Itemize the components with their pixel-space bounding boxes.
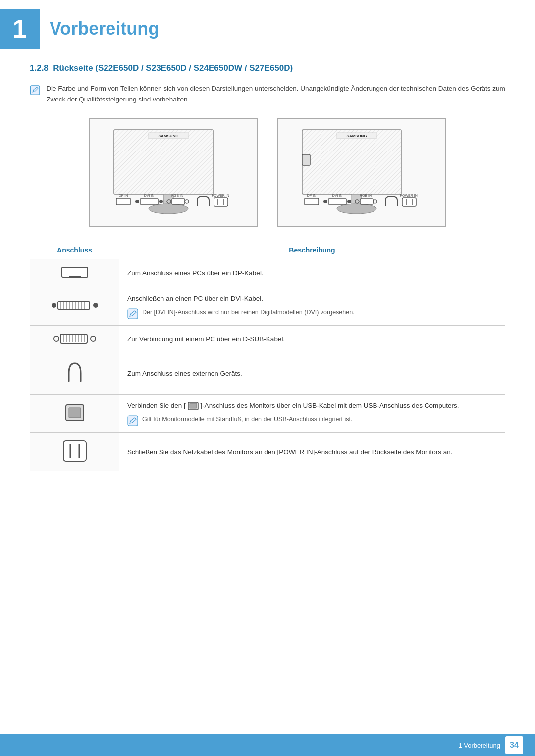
svg-rect-2: [114, 130, 213, 194]
headphone-icon: [65, 359, 85, 387]
svg-rect-28: [305, 198, 319, 205]
table-row: Zur Verbindung mit einem PC über ein D-S…: [30, 325, 505, 353]
svg-point-29: [323, 200, 327, 203]
svg-rect-73: [63, 441, 86, 461]
svg-point-55: [93, 303, 98, 308]
svg-text:RGB IN: RGB IN: [360, 194, 372, 197]
chapter-number: 1: [13, 16, 27, 42]
svg-point-57: [54, 336, 59, 341]
svg-rect-42: [62, 267, 88, 277]
svg-point-10: [159, 200, 163, 203]
svg-point-67: [91, 336, 96, 341]
chapter-header: 1 Vorbereitung: [0, 0, 535, 53]
table-cell-rgb-desc: Zur Verbindung mit einem PC über ein D-S…: [119, 325, 505, 353]
connector-icon-rgb: [30, 325, 119, 353]
svg-rect-43: [69, 276, 81, 278]
inner-note-icon-dvi: [127, 308, 138, 319]
svg-point-27: [337, 204, 376, 214]
footer-page-number: 34: [505, 736, 523, 754]
svg-rect-33: [360, 199, 373, 204]
connector-icon-power: [30, 433, 119, 471]
connector-icon-headphone: [30, 353, 119, 394]
section-heading: 1.2.8 Rückseite (S22E650D / S23E650D / S…: [30, 63, 505, 73]
inner-note-dvi: Der [DVI IN]-Anschluss wird nur bei rein…: [127, 308, 497, 319]
svg-rect-72: [128, 416, 138, 426]
note-text: Die Farbe und Form von Teilen können sic…: [46, 83, 505, 104]
chapter-title: Vorbereitung: [50, 18, 159, 39]
inner-note-text-usb: Gilt für Monitormodelle mit Standfuß, in…: [142, 415, 352, 424]
svg-text:SAMSUNG: SAMSUNG: [159, 134, 179, 138]
svg-text:DP IN: DP IN: [119, 194, 128, 197]
svg-point-8: [135, 200, 139, 203]
svg-text:POWER IN: POWER IN: [212, 194, 229, 197]
table-header-anschluss: Anschluss: [30, 241, 119, 259]
svg-rect-22: [302, 130, 401, 194]
connector-icon-dp: [30, 259, 119, 287]
svg-text:DVI IN: DVI IN: [332, 194, 343, 197]
table-cell-dp-desc: Zum Anschluss eines PCs über ein DP-Kabe…: [119, 259, 505, 287]
svg-rect-25: [302, 154, 310, 165]
svg-text:POWER IN: POWER IN: [400, 194, 417, 197]
dp-icon: [60, 265, 90, 279]
svg-text:DP IN: DP IN: [307, 194, 317, 197]
note-pencil-icon: [30, 83, 40, 97]
connector-table: Anschluss Beschreibung Zum Anschluss ein…: [30, 241, 505, 471]
rgb-icon: [53, 332, 97, 346]
monitor-svg-right: SAMSUNG POWER IN DP IN: [284, 125, 439, 219]
table-row: Zum Anschluss eines externen Geräts.: [30, 353, 505, 394]
dvi-icon: [50, 299, 100, 312]
monitor-svg-left: SAMSUNG POWER IN: [96, 125, 251, 219]
inner-note-usb: Gilt für Monitormodelle mit Standfuß, in…: [127, 415, 497, 426]
table-row: Zum Anschluss eines PCs über ein DP-Kabe…: [30, 259, 505, 287]
note-block: Die Farbe und Form von Teilen können sic…: [30, 83, 505, 104]
diagrams-area: SAMSUNG POWER IN: [30, 118, 505, 227]
svg-point-13: [185, 200, 189, 203]
svg-rect-69: [69, 408, 81, 418]
content-area: 1.2.8 Rückseite (S22E650D / S23E650D / S…: [0, 63, 535, 471]
svg-text:SAMSUNG: SAMSUNG: [347, 134, 367, 138]
svg-rect-7: [116, 198, 130, 205]
svg-point-34: [373, 200, 377, 203]
svg-text:RGB IN: RGB IN: [171, 194, 183, 197]
monitor-diagram-right: SAMSUNG POWER IN DP IN: [277, 118, 446, 227]
usb-icon: [64, 403, 86, 423]
svg-rect-15: [214, 198, 228, 206]
table-row: Verbinden Sie den [ ]-Anschluss des Moni…: [30, 394, 505, 433]
table-cell-dvi-desc: Anschließen an einen PC über ein DVI-Kab…: [119, 287, 505, 326]
page-footer: 1 Vorbereitung 34: [0, 734, 535, 756]
connector-icon-usb: [30, 394, 119, 433]
svg-text:DVI IN: DVI IN: [144, 194, 155, 197]
svg-rect-58: [60, 334, 87, 343]
svg-rect-0: [31, 86, 40, 95]
svg-point-6: [149, 204, 188, 214]
table-row: Schließen Sie das Netzkabel des Monitors…: [30, 433, 505, 471]
connector-icon-dvi: [30, 287, 119, 326]
table-row: Anschließen an einen PC über ein DVI-Kab…: [30, 287, 505, 326]
footer-text: 1 Vorbereitung: [458, 742, 500, 749]
power-icon: [61, 439, 88, 463]
table-cell-headphone-desc: Zum Anschluss eines externen Geräts.: [119, 353, 505, 394]
inner-note-text-dvi: Der [DVI IN]-Anschluss wird nur bei rein…: [142, 308, 355, 317]
svg-point-44: [52, 303, 56, 308]
monitor-diagram-left: SAMSUNG POWER IN: [89, 118, 258, 227]
svg-rect-9: [140, 199, 158, 204]
svg-rect-30: [328, 199, 346, 204]
table-header-beschreibung: Beschreibung: [119, 241, 505, 259]
chapter-number-block: 1: [0, 9, 40, 49]
usb-inline-icon: [188, 402, 199, 410]
svg-rect-36: [402, 198, 416, 206]
table-cell-usb-desc: Verbinden Sie den [ ]-Anschluss des Moni…: [119, 394, 505, 433]
inner-note-icon-usb: [127, 415, 138, 426]
svg-point-31: [347, 200, 351, 203]
svg-rect-71: [190, 403, 197, 408]
svg-rect-12: [172, 199, 185, 204]
table-cell-power-desc: Schließen Sie das Netzkabel des Monitors…: [119, 433, 505, 471]
svg-rect-56: [128, 309, 138, 319]
